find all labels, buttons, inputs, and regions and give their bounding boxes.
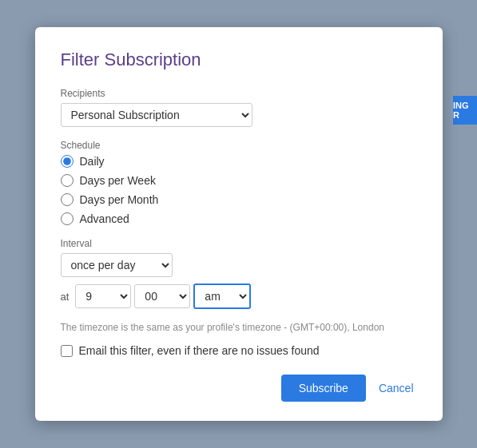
email-filter-label: Email this filter, even if there are no … [79, 344, 320, 357]
hour-select[interactable]: 1 2 3 4 5 6 7 8 9 10 11 12 [75, 284, 131, 308]
schedule-section: Schedule Daily Days per Week Days per Mo… [61, 140, 417, 225]
schedule-option-days-per-week[interactable]: Days per Week [61, 174, 417, 187]
schedule-radio-days-per-month[interactable] [61, 193, 74, 206]
interval-section: Interval once per day twice per day ever… [61, 238, 417, 309]
schedule-label: Schedule [61, 140, 417, 151]
schedule-label-days-per-week: Days per Week [80, 174, 156, 187]
recipients-select[interactable]: Personal Subscription All Recipients [61, 103, 252, 127]
timezone-note: The timezone is the same as your profile… [61, 322, 417, 333]
minute-select[interactable]: 00 15 30 45 [134, 284, 190, 308]
interval-select[interactable]: once per day twice per day every hour [61, 253, 173, 277]
time-at-row: at 1 2 3 4 5 6 7 8 9 10 11 12 00 15 30 4… [61, 283, 417, 309]
schedule-radio-daily[interactable] [61, 155, 74, 168]
cancel-button[interactable]: Cancel [376, 375, 417, 402]
subscribe-button[interactable]: Subscribe [281, 375, 366, 402]
modal-title: Filter Subscription [61, 50, 417, 70]
schedule-option-days-per-month[interactable]: Days per Month [61, 193, 417, 206]
email-filter-row: Email this filter, even if there are no … [61, 344, 417, 357]
at-label: at [61, 291, 70, 303]
recipients-section: Recipients Personal Subscription All Rec… [61, 88, 417, 127]
recipients-label: Recipients [61, 88, 417, 99]
schedule-label-daily: Daily [80, 155, 105, 168]
schedule-radio-days-per-week[interactable] [61, 174, 74, 187]
schedule-label-advanced: Advanced [80, 212, 129, 225]
schedule-radio-advanced[interactable] [61, 212, 74, 225]
schedule-option-advanced[interactable]: Advanced [61, 212, 417, 225]
ampm-select[interactable]: am pm [193, 283, 251, 309]
email-filter-checkbox[interactable] [61, 345, 73, 357]
schedule-label-days-per-month: Days per Month [80, 193, 159, 206]
side-bar-text: ING R [453, 101, 477, 120]
schedule-option-daily[interactable]: Daily [61, 155, 417, 168]
filter-subscription-modal: Filter Subscription Recipients Personal … [35, 27, 443, 421]
interval-label: Interval [61, 238, 417, 249]
button-row: Subscribe Cancel [61, 375, 417, 402]
side-bar-indicator: ING R [453, 96, 477, 125]
schedule-group: Daily Days per Week Days per Month Advan… [61, 155, 417, 225]
